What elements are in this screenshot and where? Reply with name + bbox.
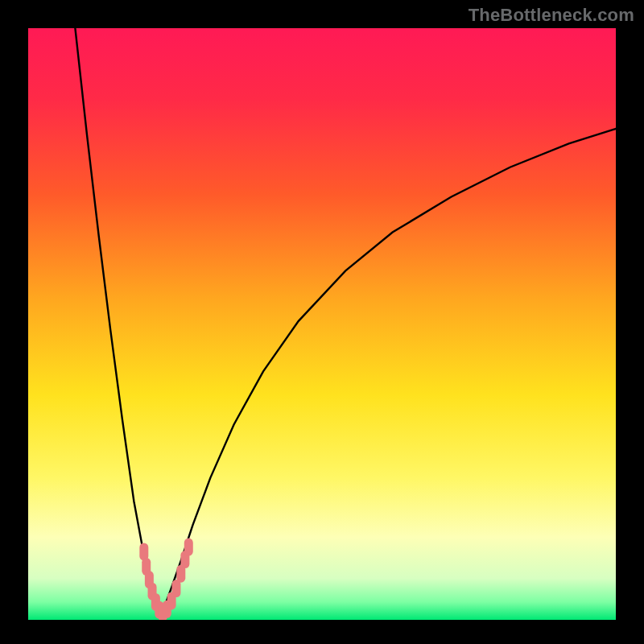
- valley-marker: [171, 580, 180, 597]
- curve-bottleneck-curve-right: [161, 129, 616, 613]
- watermark-text: TheBottleneck.com: [469, 5, 634, 26]
- bottleneck-chart: [28, 28, 616, 620]
- valley-marker: [184, 539, 193, 556]
- outer-frame: TheBottleneck.com: [0, 0, 644, 644]
- plot-area: [28, 28, 616, 620]
- curve-bottleneck-curve-left: [75, 28, 161, 612]
